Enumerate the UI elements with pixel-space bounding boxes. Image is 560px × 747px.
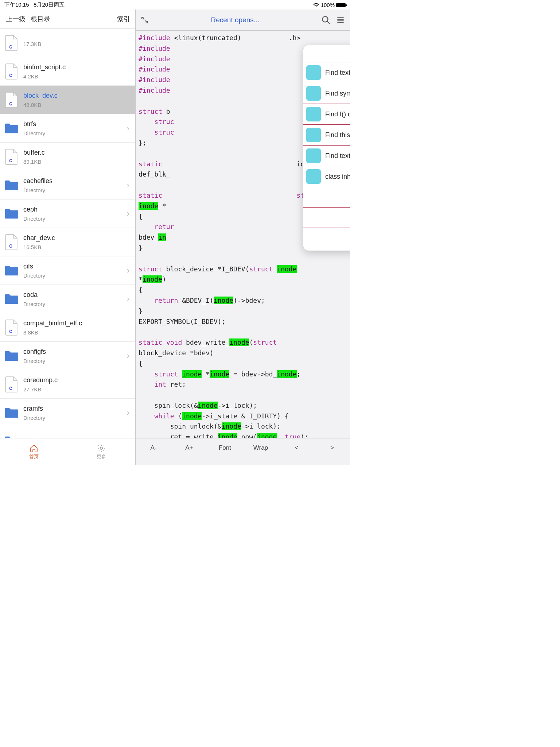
scope-item-icon: [306, 107, 321, 121]
file-row[interactable]: cephDirectory›: [0, 200, 135, 228]
search-icon[interactable]: [321, 15, 331, 25]
svg-text:c: c: [9, 328, 12, 334]
search-scope-item[interactable]: Find symbol definition›: [303, 83, 350, 104]
file-row[interactable]: crypto›: [0, 427, 135, 438]
status-time: 下午10:15: [4, 1, 29, 8]
file-list[interactable]: c17.3KBcbinfmt_script.c4.2KBcblock_dev.c…: [0, 28, 135, 438]
file-name: cifs: [23, 263, 122, 270]
folder-icon: [4, 262, 19, 279]
file-row[interactable]: cchar_dev.c16.5KB: [0, 228, 135, 256]
scope-item-icon: [306, 65, 321, 80]
tab-home[interactable]: 首页: [0, 438, 68, 465]
wifi-icon: [313, 3, 319, 8]
popover-title: Search Scope: [303, 45, 350, 62]
chevron-right-icon: ›: [127, 124, 131, 133]
status-left: 下午10:15 8月20日周五: [4, 1, 65, 8]
c-file-icon: c: [4, 319, 19, 336]
folder-icon: [4, 290, 19, 308]
folder-icon: [4, 347, 19, 365]
scope-item-label: Find text in current file: [325, 69, 350, 77]
file-row[interactable]: cachefilesDirectory›: [0, 171, 135, 200]
recent-opens-title[interactable]: Recent opens...: [154, 16, 316, 24]
c-file-icon: c: [4, 376, 19, 393]
file-name: block_dev.c: [23, 92, 131, 100]
battery-percent: 100%: [321, 2, 335, 8]
chevron-right-icon: ›: [127, 294, 131, 304]
file-row[interactable]: c17.3KB: [0, 29, 135, 57]
nav-back-button[interactable]: <: [279, 438, 314, 452]
search-scope-item[interactable]: class inheritance graph›: [303, 166, 350, 187]
sidebar-header: 上一级 根目录 索引: [0, 9, 135, 28]
file-row[interactable]: btrfsDirectory›: [0, 114, 135, 143]
status-date: 8月20日周五: [34, 1, 65, 8]
file-name: configfs: [23, 348, 122, 356]
font-button[interactable]: Font: [207, 438, 243, 452]
file-meta: 27.7KB: [23, 386, 131, 392]
font-dec-button[interactable]: A-: [136, 438, 171, 452]
tab-more[interactable]: 更多: [68, 438, 136, 465]
scope-item-icon: [306, 169, 321, 184]
status-bar: 下午10:15 8月20日周五 100%: [0, 0, 350, 9]
font-inc-button[interactable]: A+: [171, 438, 207, 452]
file-row[interactable]: cbuffer.c89.1KB: [0, 143, 135, 171]
content-toolbar: A- A+ Font Wrap < >: [136, 438, 350, 465]
folder-icon: [4, 433, 19, 438]
tab-more-label: 更多: [97, 453, 106, 460]
popover-empty-row: [303, 208, 350, 228]
file-meta: 4.2KB: [23, 73, 131, 80]
file-row[interactable]: cblock_dev.c48.0KB: [0, 86, 135, 114]
file-name: coda: [23, 291, 122, 299]
search-scope-item[interactable]: Find text string (grep)›: [303, 146, 350, 166]
popover-empty-row: [303, 187, 350, 208]
status-right: 100%: [313, 2, 346, 8]
content-header: Recent opens...: [136, 9, 350, 31]
file-row[interactable]: cramfsDirectory›: [0, 399, 135, 427]
wrap-button[interactable]: Wrap: [243, 438, 279, 452]
search-scope-item[interactable]: Find this f() called f()›: [303, 125, 350, 146]
file-name: ceph: [23, 206, 122, 213]
svg-text:c: c: [9, 243, 12, 249]
nav-index-button[interactable]: 索引: [117, 15, 130, 23]
svg-text:c: c: [9, 157, 12, 163]
file-row[interactable]: cbinfmt_script.c4.2KB: [0, 57, 135, 86]
file-row[interactable]: configfsDirectory›: [0, 342, 135, 370]
file-row[interactable]: codaDirectory›: [0, 285, 135, 313]
gear-icon: [97, 444, 106, 453]
c-file-icon: c: [4, 148, 19, 166]
search-scope-item[interactable]: Find text in current file›: [303, 62, 350, 83]
file-meta: Directory: [23, 301, 122, 307]
file-row[interactable]: ccoredump.c27.7KB: [0, 370, 135, 399]
file-meta: Directory: [23, 187, 122, 193]
file-name: btrfs: [23, 120, 122, 128]
nav-forward-button[interactable]: >: [314, 438, 350, 452]
chevron-right-icon: ›: [127, 181, 131, 190]
menu-icon[interactable]: [335, 15, 346, 25]
file-name: coredump.c: [23, 376, 131, 384]
chevron-right-icon: ›: [127, 209, 131, 218]
expand-icon[interactable]: [140, 15, 149, 25]
chevron-right-icon: ›: [127, 408, 131, 418]
svg-line-8: [327, 21, 330, 23]
scope-item-icon: [306, 148, 321, 163]
file-row[interactable]: ccompat_binfmt_elf.c3.8KB: [0, 313, 135, 342]
file-sidebar: 上一级 根目录 索引 c17.3KBcbinfmt_script.c4.2KBc…: [0, 9, 136, 438]
file-name: cramfs: [23, 405, 122, 413]
svg-text:c: c: [9, 43, 12, 50]
search-scope-item[interactable]: Find f() call this f()›: [303, 104, 350, 125]
chevron-right-icon: ›: [127, 266, 131, 275]
scope-item-icon: [306, 128, 321, 142]
scope-item-icon: [306, 86, 321, 101]
c-file-icon: c: [4, 34, 19, 52]
nav-up-button[interactable]: 上一级: [6, 15, 26, 23]
file-meta: Directory: [23, 415, 122, 421]
file-row[interactable]: cifsDirectory›: [0, 256, 135, 285]
file-meta: 16.5KB: [23, 244, 131, 250]
home-icon: [29, 444, 39, 453]
file-name: compat_binfmt_elf.c: [23, 320, 131, 327]
c-file-icon: c: [4, 63, 19, 80]
scope-item-label: Find f() call this f(): [325, 111, 350, 118]
file-meta: 17.3KB: [23, 41, 131, 47]
nav-root-button[interactable]: 根目录: [31, 15, 50, 23]
folder-icon: [4, 177, 19, 194]
file-meta: Directory: [23, 272, 122, 279]
